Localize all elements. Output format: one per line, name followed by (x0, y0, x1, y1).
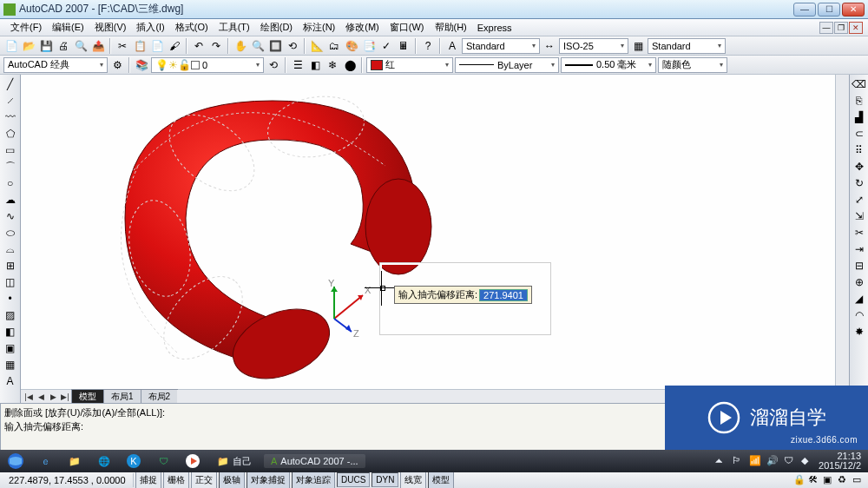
polygon-tool[interactable]: ⬠ (2, 126, 19, 142)
properties-button[interactable]: 📐 (309, 38, 325, 54)
workspace-settings-button[interactable]: ⚙ (109, 57, 125, 73)
tray-shield-icon[interactable]: 🛡 (784, 455, 796, 467)
erase-tool[interactable]: ⌫ (852, 76, 867, 92)
drawing-canvas[interactable]: X Y Z 输入抽壳偏移距离: 271.9401 (21, 75, 835, 389)
menu-format[interactable]: 格式(O) (170, 19, 214, 36)
region-tool[interactable]: ▣ (2, 340, 19, 356)
ortho-toggle[interactable]: 正交 (191, 472, 217, 489)
tab-nav-last[interactable]: ▶| (59, 391, 71, 403)
new-button[interactable]: 📄 (3, 38, 19, 54)
tray-volume-icon[interactable]: 🔊 (766, 455, 779, 467)
layer-off-button[interactable]: ⬤ (342, 57, 358, 73)
dim-style-combo[interactable]: ISO-25▾ (559, 38, 628, 54)
table-tool[interactable]: ▦ (2, 357, 19, 373)
tray-flag-icon[interactable]: 🏳 (732, 455, 744, 467)
lwt-toggle[interactable]: 线宽 (400, 472, 426, 489)
model-toggle[interactable]: 模型 (428, 472, 454, 489)
layer-states-button[interactable]: ☰ (290, 57, 306, 73)
tab-nav-first[interactable]: |◀ (23, 391, 35, 403)
tab-model[interactable]: 模型 (71, 389, 104, 404)
zoom-previous-button[interactable]: ⟲ (285, 38, 300, 54)
polar-toggle[interactable]: 极轴 (219, 472, 245, 489)
design-center-button[interactable]: 🗂 (326, 38, 342, 54)
line-tool[interactable]: ╱ (2, 76, 19, 92)
explorer-icon[interactable]: 📁 (62, 452, 87, 471)
color-combo[interactable]: 红▾ (366, 57, 453, 73)
markup-button[interactable]: ✓ (378, 38, 394, 54)
tab-nav-prev[interactable]: ◀ (35, 391, 47, 403)
plotstyle-combo[interactable]: 随颜色▾ (658, 57, 727, 73)
rotate-tool[interactable]: ↻ (852, 175, 867, 191)
scale-tool[interactable]: ⤢ (852, 192, 867, 208)
zoom-window-button[interactable]: 🔲 (267, 38, 283, 54)
ie-icon[interactable]: ｅ (33, 452, 57, 471)
dyn-prompt-value[interactable]: 271.9401 (479, 289, 528, 301)
zoom-realtime-button[interactable]: 🔍 (250, 38, 266, 54)
array-tool[interactable]: ⠿ (852, 142, 867, 158)
menu-express[interactable]: Express (472, 21, 517, 35)
menu-modify[interactable]: 修改(M) (340, 19, 385, 36)
task-autocad[interactable]: AAutoCAD 2007 -... (264, 454, 365, 468)
kugou-icon[interactable]: K (122, 452, 146, 471)
tab-layout1[interactable]: 布局1 (103, 389, 141, 404)
tray-network-icon[interactable]: 📶 (749, 455, 761, 467)
arc-tool[interactable]: ⌒ (2, 159, 19, 175)
dyn-toggle[interactable]: DYN (372, 472, 398, 487)
mdi-close-button[interactable]: ✕ (849, 22, 863, 34)
insert-block-tool[interactable]: ⊞ (2, 258, 19, 274)
rectangle-tool[interactable]: ▭ (2, 142, 19, 158)
tray-tool-icon[interactable]: 🛠 (808, 474, 820, 486)
textstyle-icon[interactable]: A (444, 38, 460, 54)
linetype-combo[interactable]: ByLayer▾ (455, 57, 559, 73)
browser-icon[interactable]: 🌐 (92, 452, 116, 471)
table-style-combo[interactable]: Standard▾ (648, 38, 726, 54)
window-minimize-button[interactable]: — (793, 3, 816, 16)
menu-file[interactable]: 文件(F) (5, 19, 47, 36)
menu-view[interactable]: 视图(V) (89, 19, 132, 36)
revcloud-tool[interactable]: ☁ (2, 192, 19, 208)
undo-button[interactable]: ↶ (191, 38, 207, 54)
plot-preview-button[interactable]: 🔍 (73, 38, 89, 54)
coordinate-display[interactable]: 227.4879, 17.4553 , 0.0000 (3, 473, 134, 487)
media-icon[interactable] (181, 452, 205, 471)
dimstyle-icon[interactable]: ↔ (542, 38, 557, 54)
mirror-tool[interactable]: ▟ (852, 109, 867, 125)
tray-app-icon[interactable]: ◆ (801, 455, 813, 467)
otrack-toggle[interactable]: 对象追踪 (292, 472, 335, 489)
tray-clean-icon[interactable]: ▭ (852, 474, 865, 486)
mdi-minimize-button[interactable]: — (819, 22, 833, 34)
circle-tool[interactable]: ○ (2, 175, 19, 191)
gradient-tool[interactable]: ◧ (2, 324, 19, 340)
tray-comm-icon[interactable]: 🔒 (793, 474, 806, 486)
dynamic-input-prompt[interactable]: 输入抽壳偏移距离: 271.9401 (394, 286, 532, 304)
menu-tools[interactable]: 工具(T) (214, 19, 255, 36)
help-button[interactable]: ? (420, 38, 436, 54)
snap-toggle[interactable]: 捕捉 (135, 472, 161, 489)
cut-button[interactable]: ✂ (115, 38, 130, 54)
menu-edit[interactable]: 编辑(E) (47, 19, 89, 36)
make-block-tool[interactable]: ◫ (2, 274, 19, 290)
extend-tool[interactable]: ⇥ (852, 241, 867, 257)
menu-insert[interactable]: 插入(I) (131, 19, 169, 36)
open-button[interactable]: 📂 (21, 38, 36, 54)
layer-freeze-button[interactable]: ❄ (325, 57, 340, 73)
xline-tool[interactable]: ⟋ (2, 93, 19, 109)
join-tool[interactable]: ⊕ (852, 274, 867, 290)
task-folder[interactable]: 📁自己 (210, 453, 259, 470)
taskbar-clock[interactable]: 21:13 2015/12/2 (819, 452, 865, 471)
ellipse-tool[interactable]: ⬭ (2, 225, 19, 241)
tray-layout-icon[interactable]: ▣ (823, 474, 835, 486)
save-button[interactable]: 💾 (38, 38, 54, 54)
ellipse-arc-tool[interactable]: ⌓ (2, 241, 19, 257)
menu-dimension[interactable]: 标注(N) (298, 19, 340, 36)
tab-nav-next[interactable]: ▶ (47, 391, 59, 403)
trim-tool[interactable]: ✂ (852, 225, 867, 241)
tray-chevron-icon[interactable]: ⏶ (714, 455, 727, 467)
window-maximize-button[interactable]: ☐ (818, 3, 840, 16)
pan-button[interactable]: ✋ (233, 38, 248, 54)
layer-manager-button[interactable]: 📚 (134, 57, 149, 73)
osnap-toggle[interactable]: 对象捕捉 (247, 472, 290, 489)
layer-previous-button[interactable]: ⟲ (266, 57, 281, 73)
quickcalc-button[interactable]: 🖩 (396, 38, 411, 54)
menu-help[interactable]: 帮助(H) (430, 19, 472, 36)
